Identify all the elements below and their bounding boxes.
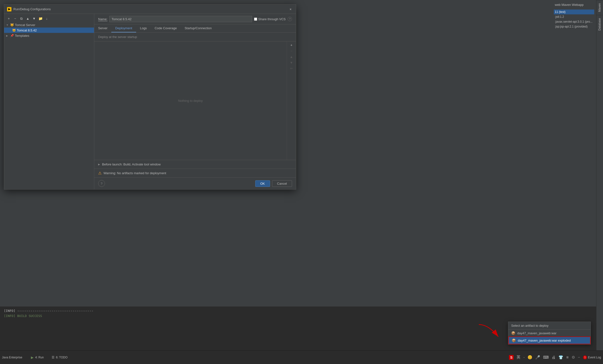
artifact-item-0[interactable]: 📦 day47_maven_javaweb:war xyxy=(508,330,591,337)
run-tab-label: 4: Run xyxy=(35,356,44,359)
before-launch: ▶ Before launch: Build, Activate tool wi… xyxy=(94,160,296,169)
tree-toolbar: + − ⧉ ▲ ▼ 📁 ↓ xyxy=(4,15,94,22)
deployment-header: Deploy at the server startup xyxy=(94,33,296,41)
deployment-list-container: Nothing to deploy + − ▲ ▼ ✏ xyxy=(94,41,296,160)
help-button-name[interactable]: ? xyxy=(288,17,292,21)
maven-item-2[interactable]: :javax.servlet-api:3.0.1 (pro... xyxy=(554,19,594,24)
ok-button[interactable]: OK xyxy=(255,180,270,187)
vertical-tab-database[interactable]: Database xyxy=(596,15,603,33)
minimize-icon[interactable]: − xyxy=(578,355,580,360)
maven-title: web Maven Webapp xyxy=(554,2,594,8)
tree-folder-btn[interactable]: 📁 xyxy=(38,16,43,21)
expand-arrow-tomcat-server: ▼ xyxy=(6,24,9,26)
warning-text: Warning: No artifacts marked for deploym… xyxy=(104,171,166,175)
dialog-body: + − ⧉ ▲ ▼ 📁 ↓ ▼ 🐱 Tomcat Server 🐱 Tomcat… xyxy=(4,14,296,189)
run-debug-dialog: ▶ Run/Debug Configurations × + − ⧉ ▲ ▼ 📁… xyxy=(4,4,296,189)
artifact-item-label-0: day47_maven_javaweb:war xyxy=(517,331,557,335)
dialog-titlebar: ▶ Run/Debug Configurations × xyxy=(4,5,296,14)
deploy-remove-btn[interactable]: − xyxy=(289,48,294,54)
tree-panel: + − ⧉ ▲ ▼ 📁 ↓ ▼ 🐱 Tomcat Server 🐱 Tomcat… xyxy=(4,14,94,189)
event-count-badge: 1 xyxy=(583,355,587,359)
tree-item-templates[interactable]: ▶ 📌 Templates xyxy=(4,33,94,38)
console-line-1: [INFO] BUILD SUCCESS xyxy=(4,314,599,319)
warning-area: ⚠ Warning: No artifacts marked for deplo… xyxy=(94,169,296,177)
tree-item-label-tomcat-842: Tomcat 8.5.42 xyxy=(17,28,37,32)
maven-item-0[interactable]: 11 (test) xyxy=(554,10,594,14)
artifact-item-label-1: day47_maven_javaweb:war exploded xyxy=(518,339,571,342)
deployment-action-bar: + − ▲ ▼ ✏ xyxy=(287,41,296,160)
deployment-area: Deploy at the server startup Nothing to … xyxy=(94,33,296,189)
dialog-buttons: ? OK Cancel xyxy=(94,177,296,189)
artifact-war-exploded-icon: 📦 xyxy=(512,338,516,342)
tray-shirt-icon: 👕 xyxy=(558,355,563,360)
share-checkbox-container: Share through VCS xyxy=(254,17,286,21)
run-play-icon: ▶ xyxy=(31,355,34,359)
tabs-row: Server Deployment Logs Code Coverage Sta… xyxy=(94,24,296,33)
taskbar-right: S 英 · 😊 🎤 ⌨ 🖨 👕 ≡ ⚙ − 1 Event Log xyxy=(509,355,601,360)
share-label: Share through VCS xyxy=(258,17,286,21)
arrow-annotation xyxy=(474,322,506,344)
tab-startup-connection[interactable]: Startup/Connection xyxy=(181,24,216,32)
deploy-down-btn: ▼ xyxy=(289,60,294,65)
tab-logs[interactable]: Logs xyxy=(136,24,151,32)
event-log-btn[interactable]: 1 Event Log xyxy=(583,355,601,359)
templates-icon: 📌 xyxy=(10,34,14,37)
close-button[interactable]: × xyxy=(288,7,293,12)
run-debug-icon: ▶ xyxy=(7,7,12,12)
tray-s-icon: S xyxy=(509,355,514,360)
tab-deployment[interactable]: Deployment xyxy=(111,24,136,32)
maven-item-1[interactable]: :jstl:1.2 xyxy=(554,14,594,19)
maven-item-3[interactable]: :jsp:jsp-api:2.1 (provided) xyxy=(554,24,594,29)
btn-group: OK Cancel xyxy=(255,180,292,187)
content-panel: Name: Share through VCS ? Server Deploym… xyxy=(94,14,296,189)
taskbar-run-tab[interactable]: ▶ 4: Run xyxy=(28,354,46,360)
todo-tab-label: 6: TODO xyxy=(56,356,68,359)
name-label: Name: xyxy=(98,17,107,21)
tomcat-842-icon: 🐱 xyxy=(12,28,16,32)
tray-keyboard-icon: ⌨ xyxy=(543,355,549,360)
artifact-popup-header: Select an artifact to deploy xyxy=(508,322,591,330)
warning-icon: ⚠ xyxy=(98,171,102,176)
tray-menu-icon: ≡ xyxy=(566,355,568,360)
before-launch-arrow-icon: ▶ xyxy=(98,163,100,166)
tray-english-icon: 英 xyxy=(517,355,521,360)
vertical-tab-maven[interactable]: Maven xyxy=(596,0,603,15)
tree-up-btn[interactable]: ▲ xyxy=(25,16,30,21)
share-checkbox[interactable] xyxy=(254,18,257,21)
tray-print-icon: 🖨 xyxy=(552,355,556,360)
taskbar: Java Enterprise ▶ 4: Run ☰ 6: TODO S 英 ·… xyxy=(0,350,603,364)
tree-down-btn[interactable]: ▼ xyxy=(31,16,37,21)
deploy-up-btn: ▲ xyxy=(289,54,294,59)
tree-item-tomcat-842[interactable]: 🐱 Tomcat 8.5.42 xyxy=(4,27,94,33)
tree-item-label-templates: Templates xyxy=(15,34,29,37)
deploy-add-btn[interactable]: + xyxy=(289,42,294,48)
tree-copy-btn[interactable]: ⧉ xyxy=(19,16,24,21)
dialog-title-text: Run/Debug Configurations xyxy=(13,7,51,11)
tree-add-btn[interactable]: + xyxy=(6,16,12,21)
deployment-list: Nothing to deploy xyxy=(94,41,287,160)
tab-code-coverage[interactable]: Code Coverage xyxy=(151,24,181,32)
event-log-label: Event Log xyxy=(588,356,601,359)
dialog-help-btn[interactable]: ? xyxy=(98,180,105,187)
name-row: Name: Share through VCS ? xyxy=(94,14,296,24)
tray-mic-icon: 🎤 xyxy=(535,355,540,360)
maven-panel: web Maven Webapp 11 (test) :jstl:1.2 :ja… xyxy=(552,0,596,31)
settings-gear-icon[interactable]: ⚙ xyxy=(572,355,575,360)
deploy-edit-btn: ✏ xyxy=(289,66,294,71)
artifact-popup: Select an artifact to deploy 📦 day47_mav… xyxy=(508,322,591,344)
tab-server[interactable]: Server xyxy=(94,24,111,32)
tray-emoji-icon: 😊 xyxy=(528,355,532,360)
taskbar-todo-tab[interactable]: ☰ 6: TODO xyxy=(49,354,71,360)
tree-import-btn[interactable]: ↓ xyxy=(44,16,49,21)
cancel-button[interactable]: Cancel xyxy=(272,180,292,187)
expand-arrow-templates: ▶ xyxy=(6,34,9,37)
vertical-tabs: Maven Database xyxy=(596,0,603,350)
tray-dot-icon: · xyxy=(523,355,525,360)
name-input[interactable] xyxy=(109,16,252,22)
console-line-0: [INFO] ---------------------------------… xyxy=(4,308,599,314)
tree-item-tomcat-server[interactable]: ▼ 🐱 Tomcat Server xyxy=(4,22,94,27)
artifact-item-1[interactable]: 📦 day47_maven_javaweb:war exploded xyxy=(508,337,591,344)
tomcat-server-icon: 🐱 xyxy=(10,23,14,27)
tree-remove-btn[interactable]: − xyxy=(12,16,18,21)
todo-list-icon: ☰ xyxy=(52,355,55,359)
